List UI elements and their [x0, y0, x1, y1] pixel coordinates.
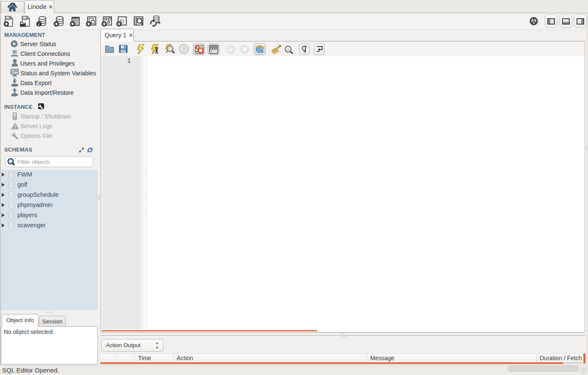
svg-text:SQL: SQL [22, 17, 28, 21]
svg-text:A: A [287, 47, 289, 52]
svg-text:SQL: SQL [6, 17, 11, 21]
svg-text:(): () [121, 19, 124, 24]
